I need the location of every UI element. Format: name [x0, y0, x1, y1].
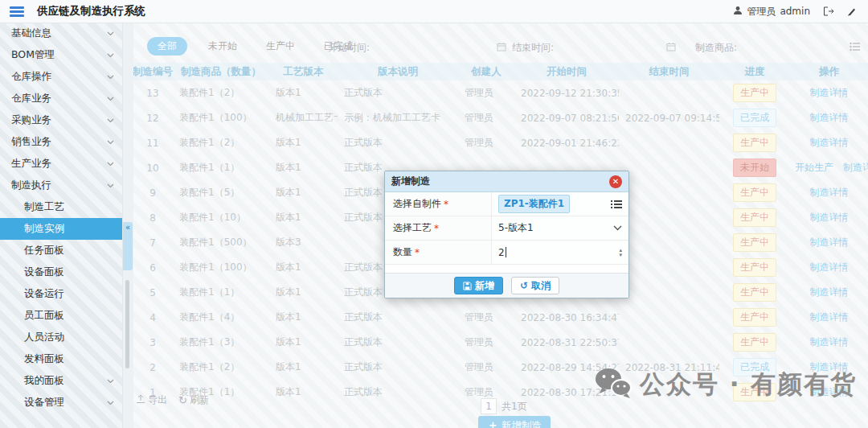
- sidebar-item-label: 任务面板: [24, 244, 107, 257]
- process-select[interactable]: 5-版本1: [492, 216, 628, 240]
- sidebar-item[interactable]: 制造实例: [0, 218, 122, 240]
- spinner-icons[interactable]: ▴▾: [619, 248, 622, 257]
- user-menu[interactable]: 管理员 admin: [733, 5, 810, 19]
- save-icon: [463, 282, 472, 290]
- sidebar-item-label: 设备管理: [24, 396, 107, 409]
- chevron-down-icon: [107, 53, 114, 58]
- sidebar-gutter: «: [122, 23, 133, 428]
- sidebar-item[interactable]: 人员活动: [0, 327, 122, 348]
- sidebar-item[interactable]: 仓库业务: [0, 88, 122, 109]
- quantity-stepper[interactable]: 2 ▴▾: [492, 241, 628, 264]
- field-label-quantity: 数量*: [385, 241, 492, 264]
- sidebar-item-label: 我的面板: [24, 374, 107, 388]
- dialog-footer: 新增 ↺ 取消: [385, 273, 628, 298]
- sidebar-item-label: 制造执行: [11, 179, 107, 192]
- selected-part-chip[interactable]: ZP1-装配件1: [498, 195, 570, 213]
- sidebar-item-label: 设备运行: [24, 287, 107, 301]
- sidebar-item-label: 仓库操作: [11, 70, 107, 84]
- close-icon[interactable]: ✕: [609, 175, 622, 188]
- submit-button[interactable]: 新增: [454, 277, 503, 294]
- chevron-down-icon: [107, 31, 114, 36]
- cancel-button[interactable]: ↺ 取消: [511, 277, 559, 294]
- required-asterisk: *: [434, 223, 439, 234]
- user-icon: [733, 6, 743, 18]
- sidebar-item-label: 制造工艺: [24, 200, 107, 214]
- sidebar-item-label: 生产业务: [11, 157, 107, 171]
- wechat-icon: [595, 367, 632, 401]
- chevron-down-icon: [107, 97, 114, 101]
- user-role: 管理员: [747, 5, 776, 19]
- theme-brush-icon[interactable]: [847, 6, 857, 16]
- chevron-down-icon: [107, 162, 114, 167]
- top-bar: 供应链及制造执行系统 管理员 admin: [0, 0, 868, 23]
- sidebar-collapse-handle[interactable]: «: [123, 222, 133, 270]
- sidebar-item[interactable]: 生产业务: [0, 153, 122, 175]
- sidebar-item-label: 基础信息: [11, 27, 107, 40]
- sidebar-item[interactable]: 制造执行: [0, 175, 122, 196]
- required-asterisk: *: [415, 247, 420, 258]
- sidebar-item-label: 采购业务: [11, 113, 107, 127]
- sidebar-item-label: 设备面板: [24, 265, 107, 279]
- hamburger-menu-icon[interactable]: [10, 5, 24, 19]
- list-select-icon[interactable]: [611, 200, 622, 209]
- text-cursor: [506, 247, 506, 257]
- chevron-down-icon: [107, 140, 114, 145]
- sidebar-item[interactable]: 员工面板: [0, 305, 122, 327]
- sidebar-menu: 基础信息 BOM管理 仓库操作 仓库业务 采购业务 销售业务 生产业务: [0, 23, 122, 414]
- sidebar-scrollbar[interactable]: [125, 280, 129, 368]
- field-label-self-made-part: 选择自制件*: [385, 192, 492, 216]
- chevron-down-icon: [107, 379, 114, 384]
- chevron-down-icon: [613, 225, 622, 231]
- sidebar-item[interactable]: 基础信息: [0, 23, 122, 44]
- watermark: 公众号 · 有颜有货: [595, 367, 857, 401]
- chevron-down-icon: [107, 118, 114, 123]
- required-asterisk: *: [444, 199, 448, 210]
- sidebar-item-label: 制造实例: [24, 222, 107, 236]
- user-name: admin: [780, 6, 810, 17]
- sidebar: 基础信息 BOM管理 仓库操作 仓库业务 采购业务 销售业务 生产业务: [0, 23, 122, 428]
- sidebar-item[interactable]: 设备面板: [0, 261, 122, 283]
- chevron-down-icon: [107, 401, 114, 405]
- app-title: 供应链及制造执行系统: [37, 4, 145, 19]
- undo-icon: ↺: [520, 280, 528, 291]
- add-manufacture-dialog: 新增制造 ✕ 选择自制件* ZP1-装配件1 选择工艺* 5-版本1 数量* 2: [384, 171, 629, 298]
- sidebar-item[interactable]: 我的面板: [0, 370, 122, 392]
- sidebar-item-label: 仓库业务: [11, 92, 107, 105]
- sidebar-item[interactable]: 采购业务: [0, 109, 122, 131]
- dialog-header: 新增制造 ✕: [385, 171, 628, 192]
- sidebar-item[interactable]: BOM管理: [0, 44, 122, 66]
- logout-icon[interactable]: [823, 6, 834, 16]
- field-label-process: 选择工艺*: [385, 216, 492, 240]
- self-made-part-field[interactable]: ZP1-装配件1: [492, 192, 628, 216]
- sidebar-item-label: 发料面板: [24, 352, 107, 366]
- sidebar-item-label: 人员活动: [24, 331, 107, 344]
- sidebar-item[interactable]: 设备运行: [0, 283, 122, 305]
- chevron-down-icon: [107, 183, 114, 188]
- sidebar-item-label: BOM管理: [11, 48, 107, 62]
- sidebar-item-label: 员工面板: [24, 309, 107, 323]
- sidebar-item[interactable]: 设备管理: [0, 392, 122, 414]
- sidebar-item[interactable]: 发料面板: [0, 348, 122, 370]
- dialog-title: 新增制造: [391, 175, 430, 188]
- sidebar-item[interactable]: 销售业务: [0, 131, 122, 153]
- sidebar-item[interactable]: 任务面板: [0, 240, 122, 261]
- sidebar-item[interactable]: 仓库操作: [0, 66, 122, 88]
- watermark-text: 公众号 · 有颜有货: [640, 368, 857, 401]
- sidebar-item[interactable]: 制造工艺: [0, 196, 122, 218]
- chevron-down-icon: [107, 75, 114, 80]
- sidebar-item-label: 销售业务: [11, 135, 107, 149]
